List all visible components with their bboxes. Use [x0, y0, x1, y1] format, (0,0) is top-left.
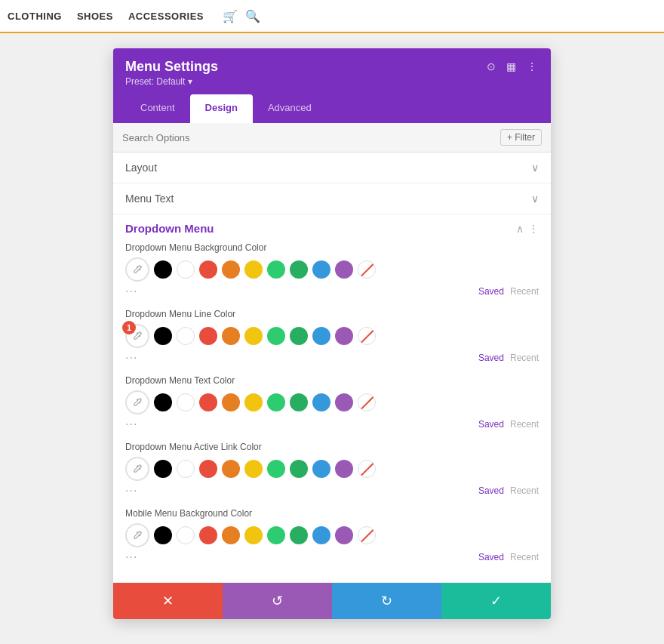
filter-button[interactable]: + Filter: [500, 129, 542, 146]
eyedropper-btn-line[interactable]: 1: [125, 324, 149, 348]
save-button[interactable]: ✓: [441, 583, 551, 619]
cart-icon[interactable]: 🛒: [223, 9, 238, 23]
more-colors-btn-mobile[interactable]: ···: [125, 550, 137, 564]
color-yellow-text[interactable]: [244, 393, 263, 411]
color-purple-text[interactable]: [335, 393, 353, 411]
more-colors-btn-active[interactable]: ···: [125, 484, 137, 498]
color-blue-line[interactable]: [312, 327, 330, 345]
color-purple-mobile[interactable]: [335, 526, 353, 544]
color-picker-row-active: [125, 457, 539, 481]
saved-link-text[interactable]: Saved: [478, 419, 504, 430]
columns-icon[interactable]: ▦: [505, 59, 518, 74]
color-red-active[interactable]: [199, 460, 217, 478]
layout-section[interactable]: Layout ∨: [113, 153, 551, 183]
eyedropper-btn-mobile[interactable]: [125, 523, 149, 547]
color-none-text[interactable]: [358, 393, 376, 411]
color-red-mobile[interactable]: [199, 526, 217, 544]
color-blue-text[interactable]: [312, 393, 330, 411]
color-red-bg[interactable]: [199, 260, 217, 279]
color-orange-bg[interactable]: [222, 260, 240, 279]
saved-link-mobile[interactable]: Saved: [478, 552, 504, 562]
color-yellow-bg[interactable]: [244, 260, 263, 279]
color-orange-line[interactable]: [222, 327, 240, 345]
eyedropper-btn-active[interactable]: [125, 457, 149, 481]
panel-body: Layout ∨ Menu Text ∨ Dropdown Menu ∧ ⋮: [113, 153, 551, 583]
color-purple-bg[interactable]: [335, 260, 353, 279]
color-yellow-mobile[interactable]: [244, 526, 263, 544]
color-green-text[interactable]: [267, 393, 285, 411]
dropdown-more-icon[interactable]: ⋮: [528, 223, 539, 235]
color-white-line[interactable]: [177, 327, 195, 345]
color-none-mobile[interactable]: [358, 526, 376, 544]
nav-shoes[interactable]: SHOES: [77, 11, 113, 22]
color-none-active[interactable]: [358, 460, 376, 478]
color-none-line[interactable]: [358, 327, 376, 345]
color-none-bg[interactable]: [358, 260, 376, 279]
recent-link-background[interactable]: Recent: [510, 286, 539, 297]
color-orange-active[interactable]: [222, 460, 240, 478]
panel-preset[interactable]: Preset: Default ▾: [125, 76, 218, 87]
saved-link-line[interactable]: Saved: [478, 353, 504, 363]
color-green-line[interactable]: [267, 327, 285, 345]
more-colors-btn-text[interactable]: ···: [125, 418, 137, 431]
color-darkgreen-mobile[interactable]: [290, 526, 308, 544]
panel-header-info: Menu Settings Preset: Default ▾: [125, 59, 218, 87]
color-white-text[interactable]: [177, 393, 195, 411]
color-orange-mobile[interactable]: [222, 526, 240, 544]
color-green-mobile[interactable]: [267, 526, 285, 544]
color-green-bg[interactable]: [267, 260, 285, 279]
color-darkgreen-text[interactable]: [290, 393, 308, 411]
tab-advanced[interactable]: Advanced: [253, 94, 327, 123]
dropdown-collapse-icon[interactable]: ∧: [516, 223, 524, 235]
color-white-bg[interactable]: [177, 260, 195, 279]
recent-link-mobile[interactable]: Recent: [510, 552, 539, 562]
menu-text-title: Menu Text: [125, 193, 174, 205]
color-picker-row-line: 1: [125, 324, 539, 348]
color-darkgreen-bg[interactable]: [290, 260, 308, 279]
eyedropper-btn-text[interactable]: [125, 390, 149, 414]
color-black-line[interactable]: [154, 327, 172, 345]
more-colors-btn-background[interactable]: ···: [125, 285, 137, 298]
color-blue-mobile[interactable]: [312, 526, 330, 544]
cancel-button[interactable]: ✕: [113, 583, 223, 619]
color-darkgreen-line[interactable]: [290, 327, 308, 345]
search-icon[interactable]: 🔍: [245, 9, 260, 23]
saved-link-active[interactable]: Saved: [478, 485, 504, 496]
color-label-background: Dropdown Menu Background Color: [125, 242, 539, 253]
color-red-line[interactable]: [199, 327, 217, 345]
badge-line: 1: [122, 321, 136, 334]
color-darkgreen-active[interactable]: [290, 460, 308, 478]
color-yellow-line[interactable]: [244, 327, 263, 345]
color-black-active[interactable]: [154, 460, 172, 478]
recent-link-active[interactable]: Recent: [510, 485, 539, 496]
color-orange-text[interactable]: [222, 393, 240, 411]
color-footer-background: ··· Saved Recent: [125, 285, 539, 298]
color-blue-active[interactable]: [312, 460, 330, 478]
color-red-text[interactable]: [199, 393, 217, 411]
recent-link-text[interactable]: Recent: [510, 419, 539, 430]
nav-accessories[interactable]: ACCESSORIES: [128, 11, 204, 22]
color-white-active[interactable]: [177, 460, 195, 478]
color-purple-line[interactable]: [335, 327, 353, 345]
more-colors-btn-line[interactable]: ···: [125, 351, 137, 365]
nav-clothing[interactable]: CLOTHING: [8, 11, 62, 22]
color-black-text[interactable]: [154, 393, 172, 411]
recent-link-line[interactable]: Recent: [510, 353, 539, 363]
fullscreen-icon[interactable]: ⊙: [485, 59, 497, 74]
search-input[interactable]: [122, 132, 500, 143]
more-options-icon[interactable]: ⋮: [525, 59, 539, 74]
color-green-active[interactable]: [267, 460, 285, 478]
redo-button[interactable]: ↻: [332, 583, 441, 619]
eyedropper-btn-background[interactable]: [125, 257, 149, 282]
tab-content[interactable]: Content: [125, 94, 190, 123]
color-blue-bg[interactable]: [312, 260, 330, 279]
saved-link-background[interactable]: Saved: [478, 286, 504, 297]
reset-button[interactable]: ↺: [223, 583, 332, 619]
menu-text-section[interactable]: Menu Text ∨: [113, 183, 551, 214]
color-black-mobile[interactable]: [154, 526, 172, 544]
color-yellow-active[interactable]: [244, 460, 263, 478]
tab-design[interactable]: Design: [190, 94, 253, 123]
color-purple-active[interactable]: [335, 460, 353, 478]
color-white-mobile[interactable]: [177, 526, 195, 544]
color-black-bg[interactable]: [154, 260, 172, 279]
